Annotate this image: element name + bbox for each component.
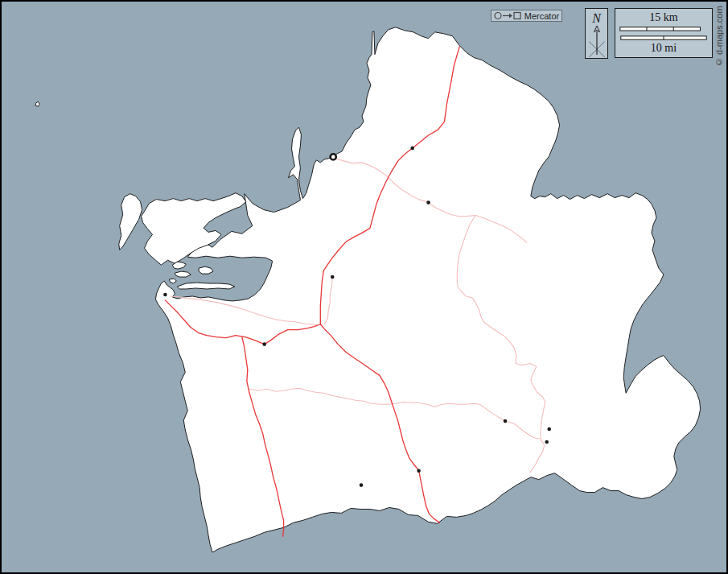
globe-circle-icon	[495, 13, 501, 19]
map-page: Mercator N 15 km 10 mi © d-maps.com	[0, 0, 728, 574]
city-dot	[547, 427, 551, 432]
city-dot	[417, 469, 421, 473]
city-ring-marker	[331, 154, 336, 159]
projection-transform-icon	[494, 11, 521, 20]
scale-mi-label: 10 mi	[615, 42, 712, 55]
city-dot	[262, 342, 266, 346]
city-dot	[331, 275, 335, 279]
city-dot	[504, 419, 508, 423]
islet-coastline	[177, 283, 235, 289]
square-icon	[514, 13, 520, 19]
city-dot	[545, 440, 549, 444]
projection-box: Mercator	[491, 10, 562, 22]
scale-box: 15 km 10 mi	[615, 8, 713, 58]
north-label: N	[592, 12, 601, 25]
copyright-text: © d-maps.com	[714, 5, 725, 68]
scale-bar-km	[620, 27, 701, 31]
map-canvas	[2, 2, 726, 572]
arrow-head-icon	[509, 14, 512, 19]
city-dot	[360, 483, 364, 487]
north-box: N	[585, 8, 608, 59]
projection-label: Mercator	[524, 11, 559, 21]
city-dot	[410, 147, 414, 151]
city-dot	[163, 293, 167, 297]
city-dot	[426, 200, 430, 204]
compass-icon	[586, 25, 608, 58]
